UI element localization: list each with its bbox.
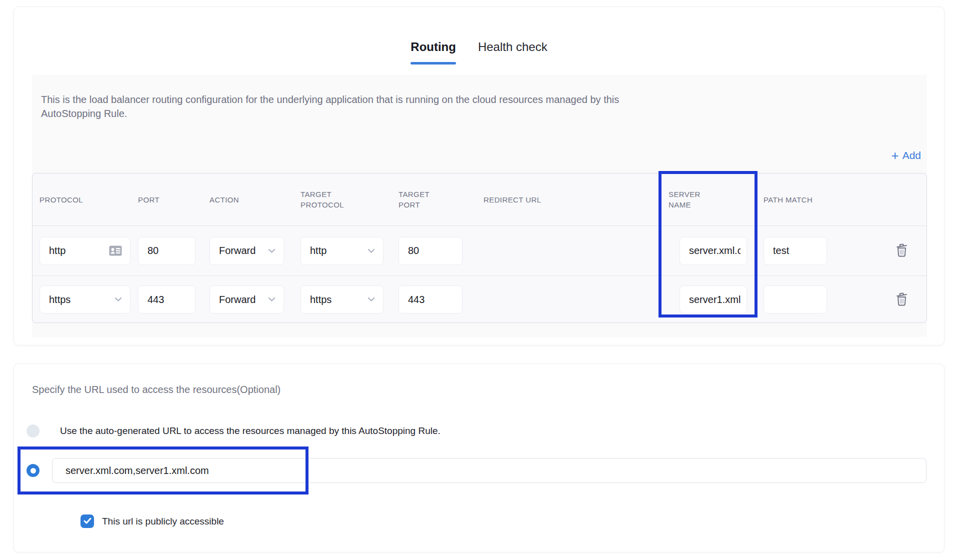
- col-header-target-protocol: TARGET PROTOCOL: [294, 174, 392, 226]
- redirect-url-cell-row2: [476, 276, 662, 323]
- target-port-field-row1[interactable]: [398, 237, 462, 265]
- chevron-down-icon: [268, 248, 276, 254]
- auto-url-option-label: Use the auto-generated URL to access the…: [60, 426, 440, 436]
- checkmark-icon: [84, 517, 92, 526]
- port-field-row1[interactable]: [138, 237, 196, 265]
- trash-icon: [895, 292, 908, 308]
- col-header-actions: [844, 174, 922, 226]
- public-url-checkbox[interactable]: [80, 514, 94, 528]
- table-row: https Forward: [32, 276, 926, 323]
- autostopping-routing-page: Routing Health check This is the load ba…: [0, 0, 962, 560]
- col-header-server-name: SERVER NAME: [662, 174, 756, 226]
- protocol-field-row1[interactable]: http: [40, 237, 130, 265]
- chevron-down-icon: [368, 248, 375, 254]
- custom-url-radio[interactable]: [26, 464, 40, 477]
- url-access-card: Specify the URL used to access the resou…: [14, 364, 944, 552]
- chevron-down-icon: [368, 297, 375, 302]
- id-card-icon: [109, 246, 122, 256]
- server-name-field-row1[interactable]: [680, 237, 747, 265]
- trash-icon: [895, 242, 908, 259]
- target-protocol-select-row1[interactable]: http: [300, 237, 384, 265]
- tab-health-check-label: Health check: [478, 40, 548, 54]
- port-field-row2[interactable]: [138, 286, 196, 314]
- col-header-protocol: PROTOCOL: [32, 174, 131, 226]
- protocol-select-row2[interactable]: https: [40, 286, 130, 314]
- col-header-path-match: PATH MATCH: [756, 174, 844, 226]
- redirect-url-cell-row1: [476, 226, 662, 276]
- add-route-button[interactable]: + Add: [891, 150, 921, 162]
- table-row: http Forward: [32, 226, 926, 276]
- routing-panel: This is the load balancer routing config…: [32, 74, 927, 337]
- target-port-field-row2[interactable]: [398, 286, 462, 314]
- tab-health-check[interactable]: Health check: [478, 40, 548, 54]
- delete-row-button[interactable]: [895, 242, 908, 259]
- path-match-field-row1[interactable]: [764, 237, 827, 265]
- public-url-option: This url is publicly accessible: [80, 514, 224, 528]
- active-tab-indicator: [410, 62, 456, 64]
- path-match-field-row2[interactable]: [764, 286, 827, 314]
- delete-row-button[interactable]: [895, 292, 908, 308]
- plus-icon: +: [891, 150, 898, 161]
- tab-routing-label: Routing: [410, 40, 456, 54]
- server-name-field-row2[interactable]: [680, 286, 747, 314]
- col-header-target-port: TARGET PORT: [392, 174, 476, 226]
- auto-url-option: Use the auto-generated URL to access the…: [26, 424, 440, 438]
- url-section-heading: Specify the URL used to access the resou…: [32, 384, 280, 396]
- chevron-down-icon: [114, 297, 122, 302]
- col-header-action: ACTION: [202, 174, 294, 226]
- chevron-down-icon: [268, 297, 276, 302]
- tab-routing[interactable]: Routing: [410, 40, 456, 64]
- public-url-checkbox-label: This url is publicly accessible: [102, 516, 224, 527]
- custom-url-option: [26, 458, 940, 483]
- col-header-port: PORT: [131, 174, 202, 226]
- custom-url-input[interactable]: [52, 458, 926, 483]
- action-select-row2[interactable]: Forward: [210, 286, 284, 314]
- routing-table-header: PROTOCOL PORT ACTION TARGET PROTOCOL TAR…: [32, 174, 926, 226]
- auto-url-radio[interactable]: [26, 424, 40, 438]
- config-tabs: Routing Health check: [14, 40, 944, 64]
- action-select-row1[interactable]: Forward: [210, 237, 284, 265]
- target-protocol-select-row2[interactable]: https: [300, 286, 384, 314]
- routing-table: PROTOCOL PORT ACTION TARGET PROTOCOL TAR…: [32, 173, 927, 323]
- routing-description: This is the load balancer routing config…: [41, 92, 871, 120]
- add-route-label: Add: [902, 150, 921, 162]
- col-header-redirect-url: REDIRECT URL: [476, 174, 662, 226]
- routing-config-card: Routing Health check This is the load ba…: [14, 6, 944, 346]
